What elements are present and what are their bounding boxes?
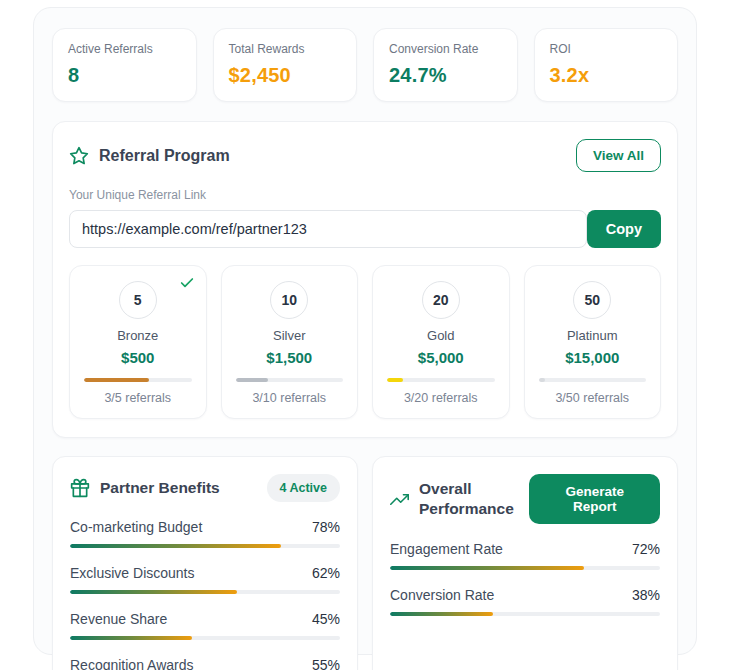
metric-row: Recognition Awards 55% [70, 657, 340, 670]
metric-value: 55% [312, 657, 340, 670]
metric-fill [390, 612, 493, 616]
metric-label: Conversion Rate [390, 587, 494, 603]
referral-link-label: Your Unique Referral Link [69, 188, 661, 202]
metric-value: 38% [632, 587, 660, 603]
generate-report-button[interactable]: Generate Report [529, 474, 660, 524]
stat-label: Conversion Rate [389, 42, 502, 56]
benefit-metric: Co-marketing Budget 78% [70, 519, 340, 548]
stat-value: 24.7% [389, 64, 502, 87]
tier-reward: $1,500 [235, 349, 345, 366]
bottom-row: Partner Benefits 4 Active Co-marketing B… [52, 456, 678, 670]
active-count-badge: 4 Active [267, 474, 340, 502]
tier-progress-text: 3/10 referrals [235, 391, 345, 405]
metric-fill [70, 636, 192, 640]
metric-row: Conversion Rate 38% [390, 587, 660, 603]
partner-benefits-card: Partner Benefits 4 Active Co-marketing B… [52, 456, 358, 670]
tier-reward: $5,000 [386, 349, 496, 366]
tier-progress-text: 3/5 referrals [83, 391, 193, 405]
benefit-metric: Recognition Awards 55% [70, 657, 340, 670]
tier-reward: $15,000 [538, 349, 648, 366]
metric-track [390, 612, 660, 616]
copy-button[interactable]: Copy [587, 210, 661, 248]
subsection-title: Partner Benefits [100, 479, 220, 497]
view-all-button[interactable]: View All [576, 139, 661, 172]
stat-label: Active Referrals [68, 42, 181, 56]
tier-card-gold: 20 Gold $5,000 3/20 referrals [372, 265, 510, 419]
tier-progress-fill [236, 378, 268, 382]
stats-row: Active Referrals 8 Total Rewards $2,450 … [52, 28, 678, 102]
metric-fill [70, 590, 237, 594]
tier-progress-track [84, 378, 192, 382]
tiers-row: 5 Bronze $500 3/5 referrals 10 Silver $1… [69, 265, 661, 419]
overall-performance-header: Overall Performance Generate Report [390, 474, 660, 524]
tier-progress-track [539, 378, 647, 382]
metric-track [70, 590, 340, 594]
stat-value: 8 [68, 64, 181, 87]
tier-count: 20 [422, 281, 460, 319]
stat-value: 3.2x [550, 64, 663, 87]
metric-label: Co-marketing Budget [70, 519, 202, 535]
star-icon [69, 146, 89, 166]
performance-metric: Engagement Rate 72% [390, 541, 660, 570]
subsection-title: Overall Performance [419, 479, 529, 519]
metric-value: 72% [632, 541, 660, 557]
partner-benefits-header: Partner Benefits 4 Active [70, 474, 340, 502]
tier-progress-fill [84, 378, 149, 382]
metric-row: Engagement Rate 72% [390, 541, 660, 557]
tier-card-bronze: 5 Bronze $500 3/5 referrals [69, 265, 207, 419]
stat-label: ROI [550, 42, 663, 56]
tier-name: Bronze [83, 328, 193, 343]
tier-card-platinum: 50 Platinum $15,000 3/50 referrals [524, 265, 662, 419]
tier-card-silver: 10 Silver $1,500 3/10 referrals [221, 265, 359, 419]
metric-label: Recognition Awards [70, 657, 193, 670]
dashboard-container: Active Referrals 8 Total Rewards $2,450 … [33, 7, 697, 655]
metric-row: Exclusive Discounts 62% [70, 565, 340, 581]
metric-label: Revenue Share [70, 611, 167, 627]
referral-program-card: Referral Program View All Your Unique Re… [52, 121, 678, 438]
tier-name: Gold [386, 328, 496, 343]
partner-benefits-title-group: Partner Benefits [70, 478, 220, 498]
metric-track [390, 566, 660, 570]
metric-fill [70, 544, 281, 548]
stat-card-roi: ROI 3.2x [534, 28, 679, 102]
metric-value: 78% [312, 519, 340, 535]
tier-name: Silver [235, 328, 345, 343]
tier-progress-text: 3/20 referrals [386, 391, 496, 405]
tier-count: 10 [270, 281, 308, 319]
section-title: Referral Program [99, 147, 230, 165]
tier-count: 50 [573, 281, 611, 319]
gift-icon [70, 478, 90, 498]
referral-program-title-group: Referral Program [69, 146, 230, 166]
trending-up-icon [390, 490, 409, 509]
stat-card-active-referrals: Active Referrals 8 [52, 28, 197, 102]
tier-progress-text: 3/50 referrals [538, 391, 648, 405]
benefit-metric: Revenue Share 45% [70, 611, 340, 640]
stat-value: $2,450 [229, 64, 342, 87]
tier-progress-fill [387, 378, 403, 382]
metric-track [70, 544, 340, 548]
benefit-metric: Exclusive Discounts 62% [70, 565, 340, 594]
tier-reward: $500 [83, 349, 193, 366]
metric-fill [390, 566, 584, 570]
overall-performance-title-group: Overall Performance [390, 479, 529, 519]
stat-card-conversion-rate: Conversion Rate 24.7% [373, 28, 518, 102]
tier-progress-track [387, 378, 495, 382]
metric-row: Co-marketing Budget 78% [70, 519, 340, 535]
metric-label: Exclusive Discounts [70, 565, 195, 581]
stat-card-total-rewards: Total Rewards $2,450 [213, 28, 358, 102]
tier-count: 5 [119, 281, 157, 319]
performance-metric: Conversion Rate 38% [390, 587, 660, 616]
stat-label: Total Rewards [229, 42, 342, 56]
tier-progress-fill [539, 378, 545, 382]
tier-progress-track [236, 378, 344, 382]
metric-row: Revenue Share 45% [70, 611, 340, 627]
referral-program-header: Referral Program View All [69, 139, 661, 172]
tier-name: Platinum [538, 328, 648, 343]
metric-value: 62% [312, 565, 340, 581]
metric-value: 45% [312, 611, 340, 627]
referral-link-input[interactable] [69, 210, 587, 248]
metric-label: Engagement Rate [390, 541, 503, 557]
check-icon [179, 275, 195, 291]
overall-performance-card: Overall Performance Generate Report Enga… [372, 456, 678, 670]
metric-track [70, 636, 340, 640]
